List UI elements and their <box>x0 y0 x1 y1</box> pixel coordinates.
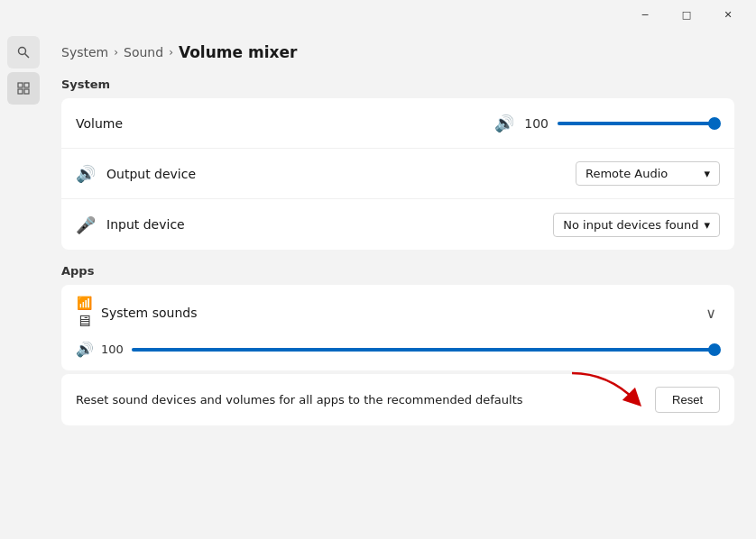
input-device-chevron: ▾ <box>704 218 710 232</box>
arrow-indicator <box>554 364 662 418</box>
system-sounds-volume: 🔊 100 <box>61 337 734 370</box>
breadcrumb: System › Sound › Volume mixer <box>61 43 734 61</box>
volume-slider[interactable] <box>558 122 720 125</box>
breadcrumb-chevron-2: › <box>169 46 173 59</box>
output-device-value: Remote Audio <box>585 167 668 180</box>
volume-value: 100 <box>523 116 549 131</box>
system-sounds-icon: 📶 🖥 <box>76 296 92 330</box>
page-title: Volume mixer <box>179 43 297 61</box>
sys-volume-icon: 🔊 <box>76 341 94 358</box>
svg-rect-5 <box>24 89 29 94</box>
close-button[interactable]: ✕ <box>707 0 749 29</box>
input-device-row: 🎤 Input device No input devices found ▾ <box>61 199 734 250</box>
breadcrumb-system[interactable]: System <box>61 45 108 59</box>
main-content: System › Sound › Volume mixer System Vol… <box>47 29 756 539</box>
volume-icon: 🔊 <box>494 114 514 132</box>
output-device-row: 🔊 Output device Remote Audio ▾ <box>61 149 734 199</box>
volume-controls: 🔊 100 <box>494 114 720 132</box>
input-device-icon: 🎤 <box>76 215 96 234</box>
system-section-label: System <box>61 78 734 91</box>
apps-section-label: Apps <box>61 264 734 278</box>
nav-item[interactable] <box>7 72 40 105</box>
reset-button[interactable]: Reset <box>655 387 720 413</box>
reset-description: Reset sound devices and volumes for all … <box>76 393 641 407</box>
sys-slider-thumb <box>708 343 721 356</box>
system-card: Volume 🔊 100 🔊 Output device Remote Audi… <box>61 98 734 250</box>
sys-volume-slider[interactable] <box>132 348 720 352</box>
breadcrumb-sound[interactable]: Sound <box>124 45 163 59</box>
apps-section: Apps 📶 🖥 System sounds ∨ 🔊 100 <box>61 264 734 425</box>
input-device-label: Input device <box>106 217 553 232</box>
collapse-button[interactable]: ∨ <box>702 301 720 325</box>
input-device-value: No input devices found <box>563 218 698 232</box>
volume-slider-thumb <box>708 117 721 130</box>
monitor-icon: 🖥 <box>76 311 92 330</box>
sys-slider-fill <box>132 348 720 352</box>
output-device-icon: 🔊 <box>76 164 96 183</box>
system-sounds-name: System sounds <box>101 306 197 320</box>
wifi-icon: 📶 <box>77 296 92 310</box>
system-sounds-header: 📶 🖥 System sounds ∨ <box>61 285 734 337</box>
sys-volume-value: 100 <box>101 343 124 356</box>
output-device-label: Output device <box>106 167 576 181</box>
titlebar: ─ □ ✕ <box>0 0 756 29</box>
volume-label: Volume <box>76 116 494 131</box>
output-device-dropdown[interactable]: Remote Audio ▾ <box>576 161 720 186</box>
input-device-dropdown[interactable]: No input devices found ▾ <box>553 213 720 237</box>
nav-icon <box>17 82 30 95</box>
system-sounds-left: 📶 🖥 System sounds <box>76 296 197 330</box>
sidebar <box>0 29 47 539</box>
system-sounds-card: 📶 🖥 System sounds ∨ 🔊 100 <box>61 285 734 370</box>
search-icon <box>16 45 31 59</box>
volume-slider-fill <box>558 122 720 125</box>
minimize-button[interactable]: ─ <box>624 0 666 29</box>
volume-row: Volume 🔊 100 <box>61 98 734 149</box>
svg-rect-4 <box>18 89 23 94</box>
app-body: System › Sound › Volume mixer System Vol… <box>0 29 756 539</box>
maximize-button[interactable]: □ <box>666 0 707 29</box>
svg-rect-2 <box>18 83 23 87</box>
svg-point-0 <box>19 48 26 55</box>
breadcrumb-chevron-1: › <box>114 46 118 59</box>
svg-line-1 <box>25 54 30 59</box>
output-device-chevron: ▾ <box>704 167 710 180</box>
search-button[interactable] <box>7 36 40 69</box>
reset-card: Reset sound devices and volumes for all … <box>61 374 734 425</box>
svg-rect-3 <box>24 83 29 87</box>
